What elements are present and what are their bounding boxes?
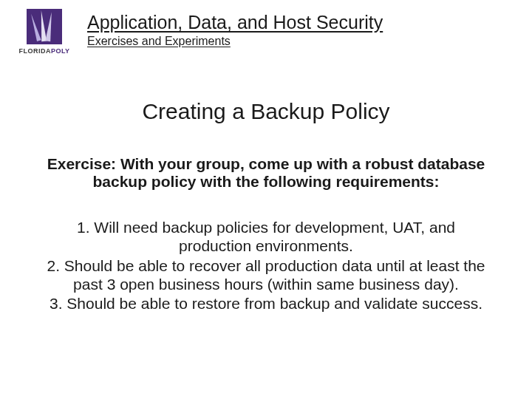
- logo-brand-a: FLORIDA: [18, 47, 51, 55]
- logo-brand-b: POLY: [51, 47, 70, 55]
- slide-title: Creating a Backup Policy: [35, 99, 497, 124]
- slide-body: Creating a Backup Policy Exercise: With …: [0, 99, 532, 313]
- requirements-list: Will need backup policies for developmen…: [35, 219, 497, 313]
- course-subtitle: Exercises and Experiments: [87, 35, 383, 48]
- logo-mark-icon: [27, 9, 62, 44]
- list-item: Should be able to restore from backup an…: [43, 295, 489, 313]
- brand-logo: FLORIDAPOLY: [15, 9, 74, 55]
- exercise-prompt: Exercise: With your group, come up with …: [35, 155, 497, 191]
- list-item: Will need backup policies for developmen…: [43, 219, 489, 256]
- slide-header: FLORIDAPOLY Application, Data, and Host …: [0, 0, 532, 55]
- course-title: Application, Data, and Host Security: [87, 12, 383, 33]
- list-item: Should be able to recover all production…: [43, 257, 489, 294]
- logo-text: FLORIDAPOLY: [18, 47, 69, 55]
- header-titles: Application, Data, and Host Security Exe…: [87, 9, 383, 48]
